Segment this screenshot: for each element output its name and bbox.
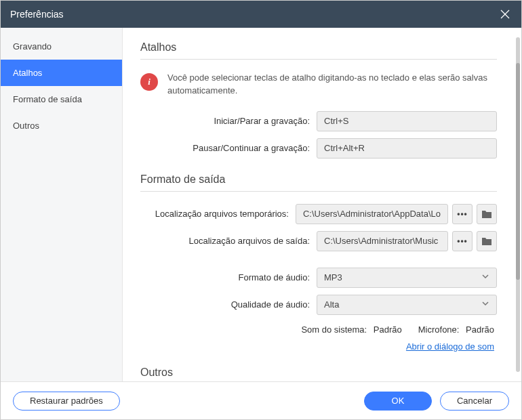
browse-temp-button[interactable]: •••	[452, 204, 473, 224]
sidebar-item-gravando[interactable]: Gravando	[1, 33, 122, 60]
window-title: Preferências	[10, 9, 64, 20]
ok-button[interactable]: OK	[364, 392, 432, 411]
chevron-down-icon	[481, 299, 489, 310]
info-row: i Você pode selecionar teclas de atalho …	[140, 72, 497, 98]
label-system-sound: Som do sistema:	[301, 324, 367, 335]
label-pause-resume: Pausar/Continuar a gravação:	[140, 143, 317, 153]
section-heading-output: Formato de saída	[140, 173, 497, 192]
ellipsis-icon: •••	[457, 236, 468, 246]
label-start-stop: Iniciar/Parar a gravação:	[140, 116, 317, 126]
section-heading-atalhos: Atalhos	[140, 41, 497, 60]
close-button[interactable]	[498, 7, 512, 21]
label-audio-quality: Qualidade de áudio:	[140, 299, 317, 310]
content-area: Atalhos i Você pode selecionar teclas de…	[123, 28, 521, 381]
field-start-stop: Iniciar/Parar a gravação: Ctrl+S	[140, 111, 497, 131]
field-output-path: Localização arquivos de saída: C:\Users\…	[140, 231, 497, 251]
sidebar-item-outros[interactable]: Outros	[1, 112, 122, 139]
section-heading-others: Outros	[140, 366, 497, 381]
ellipsis-icon: •••	[457, 209, 468, 219]
input-start-stop[interactable]: Ctrl+S	[317, 111, 497, 131]
content-scroll: Atalhos i Você pode selecionar teclas de…	[123, 28, 515, 381]
value-system-sound: Padrão	[374, 324, 402, 335]
label-audio-format: Formato de áudio:	[140, 272, 317, 282]
folder-icon	[481, 236, 492, 246]
sound-dialog-link-row: Abrir o diálogo de som	[140, 341, 497, 352]
field-pause-resume: Pausar/Continuar a gravação: Ctrl+Alt+R	[140, 138, 497, 159]
input-output-path[interactable]: C:\Users\Administrator\Music	[317, 231, 448, 251]
sidebar-item-formato[interactable]: Formato de saída	[1, 86, 122, 112]
field-temp-path: Localização arquivos temporários: C:\Use…	[140, 204, 497, 224]
label-microphone: Microfone:	[418, 324, 460, 335]
select-audio-quality[interactable]: Alta	[317, 295, 497, 315]
input-pause-resume[interactable]: Ctrl+Alt+R	[317, 138, 497, 159]
open-temp-folder-button[interactable]	[477, 204, 497, 224]
footer: Restaurar padrões OK Cancelar	[1, 381, 521, 419]
folder-icon	[481, 209, 492, 219]
select-audio-format-value: MP3	[324, 272, 342, 282]
info-icon: i	[140, 73, 158, 91]
sidebar: Gravando Atalhos Formato de saída Outros	[1, 28, 123, 381]
close-icon	[500, 9, 510, 20]
open-sound-dialog-link[interactable]: Abrir o diálogo de som	[406, 341, 494, 352]
label-output-path: Localização arquivos de saída:	[140, 236, 317, 246]
chevron-down-icon	[481, 272, 489, 282]
sidebar-item-atalhos[interactable]: Atalhos	[1, 60, 122, 86]
input-temp-path[interactable]: C:\Users\Administrator\AppData\Lo	[296, 204, 448, 224]
preferences-dialog: Preferências Gravando Atalhos Formato de…	[0, 0, 522, 420]
label-temp-path: Localização arquivos temporários:	[140, 209, 296, 219]
select-audio-format[interactable]: MP3	[317, 268, 497, 288]
cancel-button[interactable]: Cancelar	[440, 392, 509, 411]
field-audio-format: Formato de áudio: MP3	[140, 268, 497, 288]
system-sound-group: Som do sistema: Padrão	[301, 324, 401, 335]
select-audio-quality-value: Alta	[324, 299, 339, 310]
scrollbar-thumb[interactable]	[516, 63, 520, 280]
restore-defaults-button[interactable]: Restaurar padrões	[13, 392, 120, 411]
open-output-folder-button[interactable]	[477, 231, 497, 251]
field-audio-quality: Qualidade de áudio: Alta	[140, 295, 497, 315]
sound-defaults-row: Som do sistema: Padrão Microfone: Padrão	[140, 324, 497, 335]
info-text: Você pode selecionar teclas de atalho di…	[167, 72, 497, 98]
dialog-body: Gravando Atalhos Formato de saída Outros…	[1, 28, 521, 381]
titlebar: Preferências	[1, 1, 521, 28]
value-microphone: Padrão	[466, 324, 494, 335]
browse-output-button[interactable]: •••	[452, 231, 473, 251]
scrollbar[interactable]	[516, 37, 520, 372]
microphone-group: Microfone: Padrão	[418, 324, 494, 335]
